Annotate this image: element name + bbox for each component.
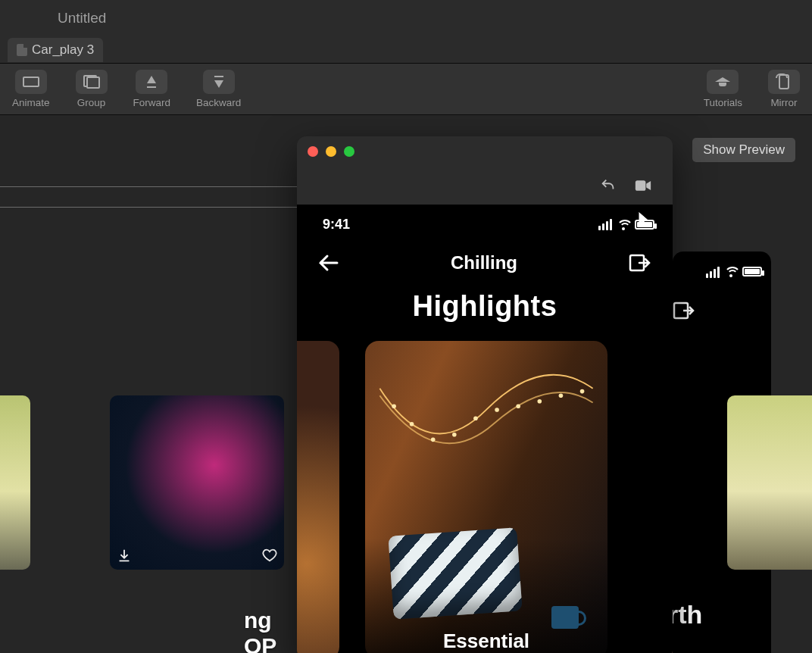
phone-preview[interactable]: 9:41 Chilling <box>297 205 673 653</box>
window-title: Untitled <box>58 10 106 27</box>
card-artwork <box>388 527 522 620</box>
card-artwork <box>551 606 579 629</box>
send-backward-icon <box>203 70 235 94</box>
minimize-window-button[interactable] <box>326 146 336 157</box>
toolbar-label: Forward <box>133 97 171 108</box>
preview-toolbar <box>297 167 673 205</box>
export-button[interactable] <box>629 253 651 273</box>
window-titlebar[interactable] <box>297 136 673 167</box>
close-window-button[interactable] <box>308 146 318 157</box>
download-icon[interactable] <box>116 547 133 564</box>
card-label-fragment: ng OP <box>244 608 276 653</box>
animate-icon <box>15 70 47 94</box>
svg-point-3 <box>392 404 396 408</box>
svg-point-12 <box>580 389 585 394</box>
canvas-thumb[interactable] <box>727 395 812 570</box>
svg-point-11 <box>559 393 564 398</box>
preview-window[interactable]: 9:41 Chilling <box>297 136 673 653</box>
svg-point-4 <box>410 422 414 426</box>
svg-point-7 <box>473 416 478 420</box>
show-preview-button[interactable]: Show Preview <box>692 138 795 162</box>
toolbar-label: Tutorials <box>704 97 742 108</box>
heart-icon[interactable] <box>261 547 278 564</box>
forward-button[interactable]: Forward <box>127 70 177 108</box>
record-button[interactable] <box>635 177 651 194</box>
status-bar: 9:41 <box>297 205 673 239</box>
group-icon <box>76 70 108 94</box>
card-caption: Essential <box>365 630 607 653</box>
tutorials-button[interactable]: Tutorials <box>698 70 748 108</box>
svg-point-9 <box>516 404 520 408</box>
status-time: 9:41 <box>323 217 350 233</box>
card-carousel[interactable]: Essential <box>297 330 673 653</box>
group-button[interactable]: Group <box>70 70 114 108</box>
toolbar-label: Animate <box>12 97 50 108</box>
show-preview-label: Show Preview <box>703 142 785 157</box>
toolbar: Animate Group Forward Backward Tutorials… <box>0 64 812 115</box>
nav-bar: Chilling <box>297 239 673 280</box>
zoom-window-button[interactable] <box>344 146 354 157</box>
svg-point-6 <box>452 433 457 437</box>
carousel-side-card[interactable] <box>297 341 339 653</box>
battery-icon <box>742 267 762 277</box>
mirror-button[interactable]: Mirror <box>762 70 806 108</box>
signal-icon <box>598 219 612 230</box>
svg-point-8 <box>495 408 499 412</box>
bring-forward-icon <box>136 70 167 94</box>
wifi-icon <box>724 267 738 277</box>
toolbar-label: Mirror <box>770 97 797 108</box>
back-button[interactable] <box>318 254 339 272</box>
export-icon <box>673 284 771 320</box>
titlebar: Untitled <box>0 0 812 36</box>
toolbar-label: Group <box>77 97 106 108</box>
wifi-icon <box>617 220 630 230</box>
status-bar <box>673 252 771 284</box>
document-icon <box>17 44 27 56</box>
graduation-cap-icon <box>707 70 739 94</box>
canvas-guides <box>0 186 299 227</box>
card-artwork <box>373 364 600 477</box>
backward-button[interactable]: Backward <box>190 70 247 108</box>
section-title: Highlights <box>297 280 673 330</box>
toolbar-label: Backward <box>196 97 241 108</box>
battery-icon <box>635 220 654 230</box>
svg-rect-1 <box>636 180 646 191</box>
design-canvas[interactable]: Show Preview rth <box>0 115 812 653</box>
canvas-thumb[interactable] <box>0 395 30 570</box>
svg-point-10 <box>538 399 542 404</box>
undo-button[interactable] <box>600 177 617 194</box>
traffic-lights <box>308 146 354 157</box>
card-label-fragment: rth <box>668 600 702 630</box>
nav-title: Chilling <box>451 252 517 273</box>
document-tab[interactable]: Car_play 3 <box>8 38 103 62</box>
svg-point-5 <box>431 438 436 442</box>
signal-icon <box>706 267 720 278</box>
animate-button[interactable]: Animate <box>6 70 56 108</box>
canvas-thumb[interactable] <box>110 395 284 570</box>
mirror-icon <box>768 70 800 94</box>
document-tabs: Car_play 3 <box>0 36 812 64</box>
carousel-main-card[interactable]: Essential <box>365 341 607 653</box>
document-tab-label: Car_play 3 <box>32 42 94 58</box>
